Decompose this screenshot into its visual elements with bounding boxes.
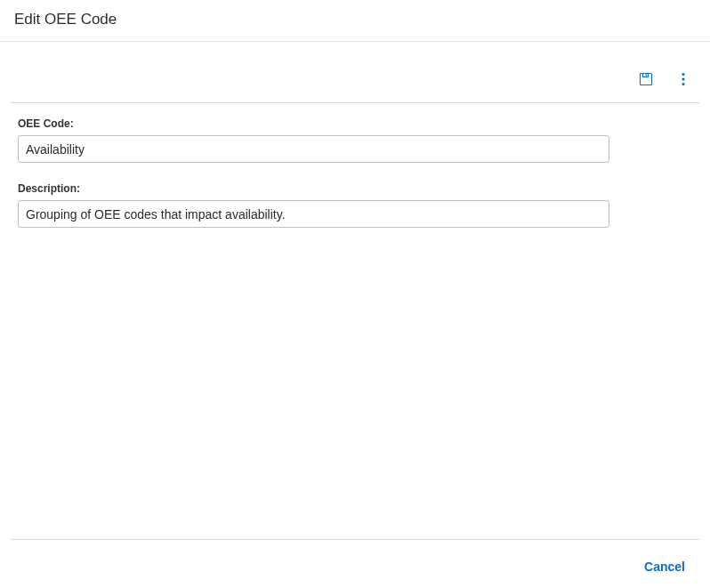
svg-point-3 xyxy=(682,77,684,80)
description-input[interactable] xyxy=(18,200,609,228)
more-actions-button[interactable] xyxy=(674,70,692,88)
cancel-button[interactable]: Cancel xyxy=(637,556,692,577)
svg-point-2 xyxy=(682,73,684,76)
svg-point-4 xyxy=(682,83,684,85)
dialog-header: Edit OEE Code xyxy=(0,0,710,42)
form-group-description: Description: xyxy=(18,182,692,228)
kebab-menu-icon xyxy=(682,72,685,86)
oee-code-label: OEE Code: xyxy=(18,117,692,130)
form-area: OEE Code: Description: xyxy=(0,103,710,262)
page-title: Edit OEE Code xyxy=(14,11,696,28)
toolbar xyxy=(0,42,710,102)
oee-code-input[interactable] xyxy=(18,135,609,163)
form-group-oee-code: OEE Code: xyxy=(18,117,692,163)
save-button[interactable] xyxy=(637,70,655,88)
svg-rect-1 xyxy=(646,75,648,77)
dialog-footer: Cancel xyxy=(11,539,699,588)
save-icon xyxy=(639,72,653,86)
description-label: Description: xyxy=(18,182,692,195)
